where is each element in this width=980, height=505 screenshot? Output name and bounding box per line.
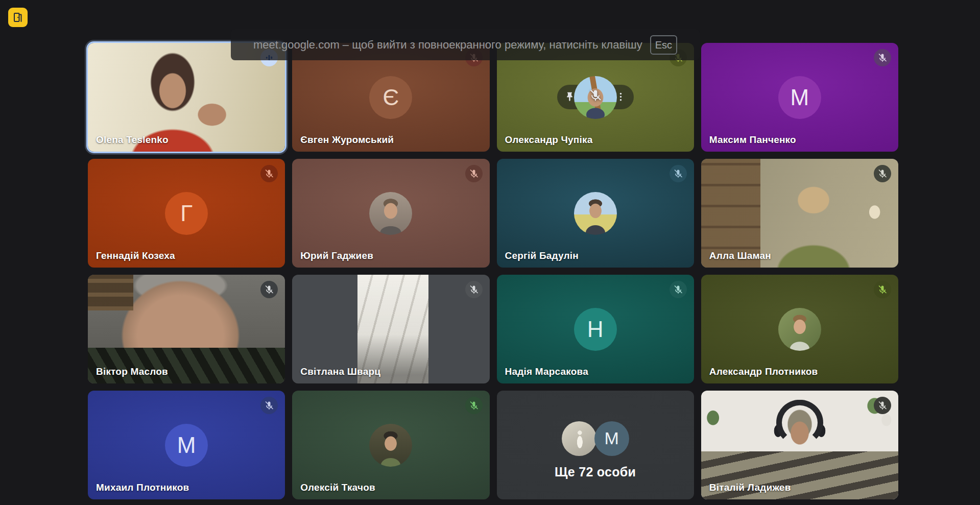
photo-avatar xyxy=(369,424,412,467)
participant-tile[interactable]: Алла Шаман xyxy=(701,159,898,268)
participant-photo-avatar xyxy=(562,421,596,456)
mic-off-indicator xyxy=(260,281,278,298)
mic-off-indicator xyxy=(465,165,483,182)
participant-name: Віталій Ладижев xyxy=(709,482,791,493)
room-launcher-button[interactable] xyxy=(8,8,28,27)
meet-fullscreen-stage: Olena TeslenkoЄЄвген ЖуромськийОлександр… xyxy=(0,0,980,505)
participant-name: Євген Журомський xyxy=(300,134,394,146)
participant-name: Олександр Чупіка xyxy=(505,134,593,146)
mic-off-indicator xyxy=(670,165,687,182)
mic-off-indicator xyxy=(874,49,891,66)
letter-avatar: М xyxy=(594,421,629,456)
participant-name: Алла Шаман xyxy=(709,250,771,261)
participant-tile[interactable]: Александр Плотников xyxy=(701,275,898,383)
mic-off-indicator xyxy=(260,165,278,182)
participant-name: Юрий Гаджиев xyxy=(300,250,373,261)
esc-key-badge: Esc xyxy=(650,35,677,55)
mic-off-indicator xyxy=(465,281,483,298)
participant-tile[interactable]: ГГеннадій Козеха xyxy=(88,159,285,268)
more-people-label: Ще 72 особи xyxy=(497,465,694,479)
participant-name: Михаил Плотников xyxy=(96,482,189,493)
participant-name: Olena Teslenko xyxy=(96,134,169,146)
participant-tile[interactable]: ММихаил Плотников xyxy=(88,391,285,499)
letter-avatar: М xyxy=(165,424,208,467)
participant-name: Александр Плотников xyxy=(709,366,818,377)
mic-off-indicator xyxy=(260,397,278,414)
mic-off-indicator xyxy=(465,397,483,414)
mic-off-indicator xyxy=(874,397,891,414)
participant-tile[interactable]: Віктор Маслов xyxy=(88,275,285,383)
participant-tile[interactable]: Сергій Бадулін xyxy=(497,159,694,268)
photo-avatar xyxy=(574,192,617,235)
photo-avatar xyxy=(778,308,821,351)
participant-name: Віктор Маслов xyxy=(96,366,168,377)
participant-tile[interactable]: ММаксим Панченко xyxy=(701,43,898,152)
participant-name: Геннадій Козеха xyxy=(96,250,175,261)
fullscreen-exit-toast: meet.google.com – щоб вийти з повноекран… xyxy=(231,29,700,60)
participant-name: Надія Марсакова xyxy=(505,366,588,377)
participant-name: Сергій Бадулін xyxy=(505,250,579,261)
participant-name: Максим Панченко xyxy=(709,134,796,146)
letter-avatar: Є xyxy=(369,76,412,119)
overflow-tile[interactable]: МЩе 72 особи xyxy=(497,391,694,499)
participant-tile[interactable]: Світлана Шварц xyxy=(292,275,489,383)
overflow-avatars: М xyxy=(562,421,629,456)
participant-tile[interactable]: ННадія Марсакова xyxy=(497,275,694,383)
mic-off-indicator xyxy=(874,165,891,182)
letter-avatar: М xyxy=(778,76,821,119)
participant-tile[interactable]: Олексій Ткачов xyxy=(292,391,489,499)
mic-off-indicator xyxy=(874,281,891,298)
mic-off-indicator xyxy=(588,88,602,104)
photo-avatar xyxy=(369,192,412,235)
participant-tile[interactable]: Віталій Ладижев xyxy=(701,391,898,499)
participant-name: Олексій Ткачов xyxy=(300,482,375,493)
participant-tile[interactable]: Юрий Гаджиев xyxy=(292,159,489,268)
mic-off-indicator xyxy=(670,281,687,298)
participant-name: Світлана Шварц xyxy=(300,366,380,377)
participant-grid: Olena TeslenkoЄЄвген ЖуромськийОлександр… xyxy=(88,43,898,499)
toast-message: meet.google.com – щоб вийти з повноекран… xyxy=(253,38,642,52)
meeting-room-door-icon xyxy=(12,11,24,23)
letter-avatar: Г xyxy=(165,192,208,235)
letter-avatar: Н xyxy=(574,308,617,351)
